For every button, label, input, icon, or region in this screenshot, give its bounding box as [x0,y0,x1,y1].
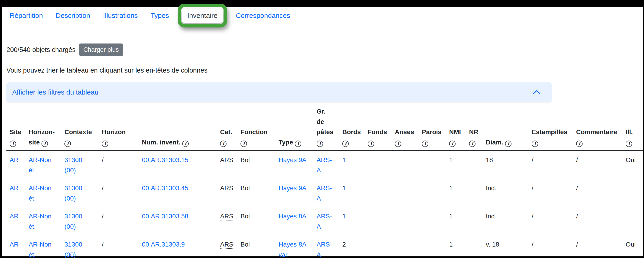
cell-nr [466,179,482,207]
cell-value[interactable]: ARS [220,213,234,220]
info-icon[interactable]: i [626,140,632,147]
tab-repartition[interactable]: Répartition [10,12,43,19]
info-icon[interactable]: i [342,140,349,147]
cell-value: 2 [342,241,346,248]
cell-value: / [102,184,104,192]
column-header-site[interactable]: Sitei [6,105,26,151]
column-info-row: i [422,137,443,147]
cell-value[interactable]: AR [10,184,18,192]
column-header-fonds[interactable]: Fondsi [364,105,392,151]
tab-inventaire[interactable]: Inventaire [182,8,223,23]
info-icon[interactable]: i [316,140,323,147]
cell-value[interactable]: 00.AR.31303.45 [142,184,188,192]
cell-diam: Ind. [482,207,528,235]
column-header-bords[interactable]: Bordsi [339,105,364,151]
info-icon[interactable]: i [220,140,226,147]
column-header-gr-de-pates[interactable]: Gr.depâtesi [314,105,339,151]
tab-types[interactable]: Types [151,12,169,19]
tab-label: Correspondances [236,12,290,19]
cell-value[interactable]: ARS [220,184,234,192]
cell-value[interactable]: ARS [220,156,234,163]
cell-value[interactable]: AR-Non ét. [29,213,52,230]
info-icon[interactable]: i [576,140,582,147]
cell-nmi: 1 [446,179,466,207]
cell-value[interactable]: AR-Non ét. [29,241,52,258]
info-icon[interactable]: i [182,140,189,147]
info-icon[interactable]: i [10,140,16,147]
cell-value: / [576,213,578,220]
info-icon[interactable]: i [422,140,428,147]
column-header-anses[interactable]: Ansesi [392,105,419,151]
cell-value[interactable]: Hayes 8A [278,213,306,220]
cell-value: Bol [240,156,250,163]
column-info-row: i [576,137,619,147]
cell-value[interactable]: 31300 (00) [64,184,82,202]
cell-bords: 2 [339,235,364,258]
column-header-parois[interactable]: Paroisi [419,105,446,151]
column-label: Commentaire [576,127,619,137]
column-label: Site [10,127,22,137]
cell-value[interactable]: 00.AR.31303.58 [142,213,188,220]
cell-value[interactable]: AR [10,156,18,163]
column-label: pâtes [316,127,336,137]
tab-bar: RépartitionDescriptionIllustrationsTypes… [6,7,552,24]
cell-commentaire: / [573,151,622,179]
cell-value: 1 [449,213,453,220]
column-header-num-invent[interactable]: Num. invent. i [139,105,217,151]
column-header-cat[interactable]: Cat.i [217,105,237,151]
cell-value[interactable]: 31300 (00) [64,241,82,258]
cell-value[interactable]: 31300 (00) [64,156,82,174]
cell-value[interactable]: ARS-A [316,213,332,230]
info-icon[interactable]: i [395,140,401,147]
cell-value[interactable]: Hayes 8A var. [278,241,306,258]
column-header-fonction[interactable]: Fonctioni [237,105,275,151]
column-info-row: i [449,137,463,147]
table-row: ARAR-Non ét.31300 (00)/00.AR.31303.15ARS… [6,151,643,179]
cell-value[interactable]: AR-Non ét. [29,156,52,174]
cell-value[interactable]: Hayes 9A [278,156,306,163]
column-header-type[interactable]: Type i [275,105,314,151]
info-icon[interactable]: i [102,140,108,147]
column-header-diam[interactable]: Diam. i [482,105,528,151]
cell-value[interactable]: 00.AR.31303.15 [142,156,188,163]
info-icon[interactable]: i [295,140,301,147]
cell-value: / [532,156,534,163]
column-header-nr[interactable]: NRi [466,105,482,151]
sort-hint-text: Vous pouvez trier le tableau en cliquant… [6,67,640,74]
info-icon[interactable]: i [469,140,476,147]
info-icon[interactable]: i [505,140,512,147]
info-icon[interactable]: i [449,140,456,147]
cell-value[interactable]: AR [10,241,18,248]
cell-value[interactable]: 00.AR.31303.9 [142,241,185,248]
tab-correspondances[interactable]: Correspondances [236,12,290,19]
column-label: Horizon- [29,127,58,137]
cell-value[interactable]: ARS-A [316,184,332,202]
info-icon[interactable]: i [240,140,247,147]
cell-value[interactable]: AR [10,213,18,220]
filters-toggle[interactable]: Afficher les filtres du tableau [6,82,552,102]
tab-illustrations[interactable]: Illustrations [103,12,138,19]
column-header-estampilles[interactable]: Estampillesi [528,105,573,151]
info-icon[interactable]: i [532,140,538,147]
column-header-horizon[interactable]: Horizoni [98,105,139,151]
cell-value[interactable]: 31300 (00) [64,213,82,230]
column-header-horizon-site[interactable]: Horizon-site i [26,105,61,151]
column-header-contexte[interactable]: Contextei [61,105,98,151]
info-icon[interactable]: i [64,140,71,147]
load-more-button[interactable]: Charger plus [79,43,123,56]
info-icon[interactable]: i [42,140,48,147]
info-icon[interactable]: i [368,140,374,147]
column-header-commentaire[interactable]: Commentairei [573,105,622,151]
column-header-nmi[interactable]: NMIi [446,105,466,151]
cell-value[interactable]: ARS [220,241,234,248]
column-header-ill[interactable]: Ill.i [622,105,643,151]
cell-value[interactable]: AR-Non ét. [29,184,52,202]
tab-description[interactable]: Description [56,12,90,19]
tab-label: Illustrations [103,12,138,19]
cell-value[interactable]: ARS-A [316,156,332,174]
cell-value[interactable]: ARS-A [316,241,332,258]
cell-commentaire: / [573,207,622,235]
cell-fonds [364,235,392,258]
cell-value[interactable]: Hayes 9A [278,184,306,192]
screenshot-root: { "tabs": [ {"label": "Répartition", "ac… [0,0,644,258]
